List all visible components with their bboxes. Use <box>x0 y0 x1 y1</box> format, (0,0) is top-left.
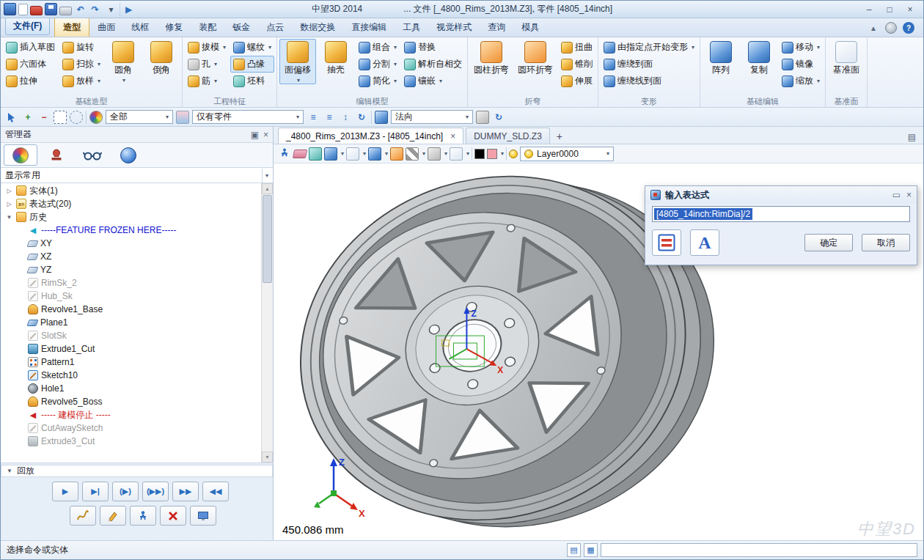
close-tab-icon[interactable]: × <box>450 131 455 141</box>
spline-button[interactable] <box>70 506 96 526</box>
redo-icon[interactable]: ↷ <box>89 3 101 15</box>
minimize-button[interactable]: – <box>859 3 879 16</box>
tree-item[interactable]: ▷实体(1) <box>1 184 261 197</box>
dialog-titlebar[interactable]: 输入表达式 ▭ × <box>645 186 917 204</box>
snap-icon[interactable] <box>375 111 388 124</box>
list-icon[interactable]: ≡ <box>307 111 320 124</box>
ribbon-small-button[interactable]: 缠绕线到面 <box>601 73 697 89</box>
manager-tab-history[interactable] <box>4 144 37 166</box>
play-icon[interactable]: ▶ <box>122 3 135 15</box>
color-palette-icon[interactable] <box>89 111 103 124</box>
layer-visibility-icon[interactable] <box>509 150 518 158</box>
open-file-icon[interactable] <box>30 6 43 15</box>
menu-tab[interactable]: 装配 <box>191 18 224 37</box>
ribbon-small-button[interactable]: 锥削 <box>558 56 595 73</box>
lasso-icon[interactable] <box>70 111 83 124</box>
manager-tab-visibility[interactable] <box>76 144 109 166</box>
menu-tab[interactable]: 查询 <box>480 18 513 37</box>
ribbon-big-button[interactable]: 面偏移▾ <box>279 39 316 84</box>
panel-close-icon[interactable]: × <box>263 130 268 140</box>
tree-scrollbar[interactable]: ▲ ▼ <box>261 183 273 463</box>
ribbon-small-button[interactable]: 解析自相交 <box>401 56 465 73</box>
tree-item[interactable]: ▼历史 <box>1 210 261 224</box>
regen-button[interactable] <box>130 506 156 526</box>
ribbon-small-button[interactable]: 孔▾ <box>185 56 229 73</box>
viewport[interactable]: Z X Z X <box>274 163 923 540</box>
print-icon[interactable] <box>59 7 72 15</box>
undo-icon[interactable]: ↶ <box>74 3 87 15</box>
manager-tab-view[interactable] <box>111 144 145 166</box>
visual-style-icon[interactable] <box>390 147 403 161</box>
menu-tab[interactable]: 曲面 <box>89 18 123 37</box>
expander-icon[interactable]: ▷ <box>5 188 13 194</box>
dialog-close-icon[interactable]: × <box>906 190 912 200</box>
tree-item[interactable]: YZ <box>1 263 261 276</box>
face-color-swatch[interactable] <box>487 149 497 159</box>
expression-editor-button[interactable] <box>652 229 681 256</box>
document-tab[interactable]: _4800_Rims_2013M.Z3 - [4805_14inch] × <box>278 128 463 144</box>
ribbon-small-button[interactable]: 筋▾ <box>185 73 229 89</box>
menu-tab[interactable]: 点云 <box>258 18 292 37</box>
tree-item[interactable]: CutAwaySketch <box>1 421 261 435</box>
ribbon-small-button[interactable]: 拉伸 <box>3 73 58 89</box>
ribbon-big-button[interactable]: 倒角 <box>143 39 180 77</box>
menu-tab[interactable]: 线框 <box>123 18 157 37</box>
replay-step-fast-button[interactable]: (▶▶) <box>142 482 169 501</box>
ribbon-small-button[interactable]: 坯料 <box>230 73 274 89</box>
ribbon-big-button[interactable]: 圆柱折弯 <box>470 39 513 77</box>
pick-box-icon[interactable] <box>54 111 67 124</box>
tree-item[interactable]: XY <box>1 237 261 250</box>
menu-tab[interactable]: 工具 <box>395 18 428 37</box>
scope-filter-select[interactable]: 全部 ▾ <box>106 110 173 124</box>
expander-icon[interactable]: ▼ <box>5 214 13 221</box>
scroll-up-icon[interactable]: ▲ <box>262 183 273 194</box>
rotate-view-icon[interactable]: ↻ <box>492 111 505 124</box>
menu-tab[interactable]: 造型 <box>54 17 89 37</box>
text-editor-button[interactable]: A <box>690 229 719 256</box>
tree-item[interactable]: ◀-----FEATURE FROZEN HERE----- <box>1 224 261 237</box>
cancel-button[interactable]: 取消 <box>862 234 910 251</box>
edge-color-swatch[interactable] <box>474 149 485 159</box>
new-file-icon[interactable] <box>18 4 28 15</box>
tree-item[interactable]: ▷表达式(20) <box>1 197 261 210</box>
ribbon-big-button[interactable]: 圆角▾ <box>105 39 142 84</box>
pointer-icon[interactable] <box>5 111 18 124</box>
tree-item[interactable]: Pattern1 <box>1 355 261 369</box>
menu-tab[interactable]: 直接编辑 <box>343 18 395 37</box>
replay-backward-button[interactable]: ◀◀ <box>202 482 229 501</box>
ribbon-small-button[interactable]: 缩放▾ <box>779 73 823 89</box>
ribbon-big-button[interactable]: 阵列 <box>703 39 739 77</box>
filter-swatch-icon[interactable] <box>176 111 189 124</box>
list-all-icon[interactable]: ≡ <box>323 111 336 124</box>
clip-plane-icon[interactable] <box>450 147 463 161</box>
menu-tab[interactable]: 模具 <box>513 18 547 37</box>
expression-input[interactable]: [4805_14inch:RimDia]/2 <box>652 206 910 222</box>
replay-step-button[interactable]: (▶) <box>112 482 139 501</box>
scroll-down-icon[interactable]: ▼ <box>262 452 273 463</box>
tree-item[interactable]: Hub_Sk <box>1 290 261 303</box>
ribbon-small-button[interactable]: 拔模▾ <box>185 39 229 56</box>
ribbon-small-button[interactable]: 扭曲 <box>558 39 595 56</box>
tree-item[interactable]: XZ <box>1 250 261 263</box>
ribbon-big-button[interactable]: 抽壳 <box>318 39 354 77</box>
add-selection-icon[interactable]: + <box>21 111 34 124</box>
ribbon-small-button[interactable]: 凸缘 <box>230 56 274 73</box>
tree-item[interactable]: Hole1 <box>1 382 261 395</box>
ribbon-small-button[interactable]: 螺纹▾ <box>230 39 274 56</box>
help-icon[interactable]: ? <box>903 22 914 34</box>
eraser-icon[interactable] <box>293 150 308 158</box>
dialog-comment-icon[interactable]: ▭ <box>892 190 901 200</box>
tree-item[interactable]: SlotSk <box>1 329 261 342</box>
swap-icon[interactable]: ↕ <box>339 111 352 124</box>
wireframe-display-icon[interactable] <box>346 147 359 161</box>
monitor-button[interactable] <box>190 506 216 526</box>
tree-item[interactable]: Extrude3_Cut <box>1 435 261 448</box>
tree-item[interactable]: RimSk_2 <box>1 276 261 290</box>
replay-play-button[interactable]: ▶ <box>52 482 78 501</box>
ribbon-small-button[interactable]: 扫掠▾ <box>59 56 103 73</box>
status-grid-icon[interactable]: ▦ <box>584 543 598 557</box>
tree-item[interactable]: Revolve1_Base <box>1 303 261 316</box>
quick-access-dropdown-icon[interactable]: ▾ <box>105 3 117 15</box>
tree-item[interactable]: Sketch10 <box>1 369 261 382</box>
document-tab[interactable]: DUMMY_SLD.Z3 <box>466 128 550 144</box>
